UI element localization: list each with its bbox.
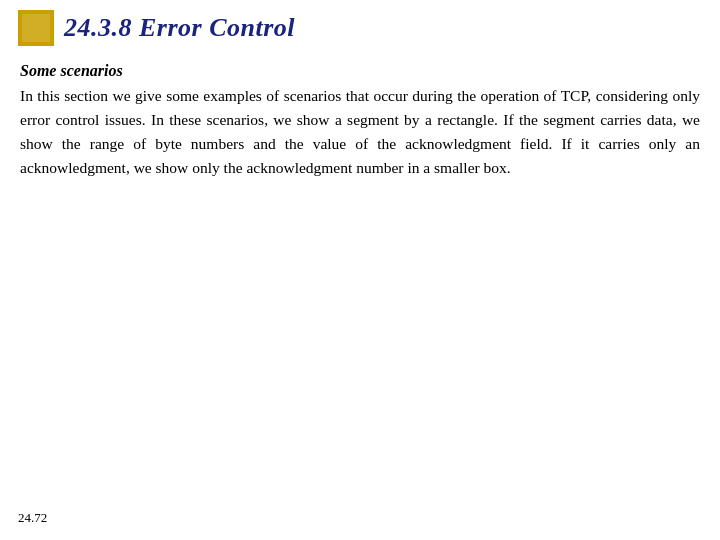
page-title: 24.3.8 Error Control (64, 13, 295, 43)
body-text: In this section we give some examples of… (20, 84, 700, 180)
footer-label: 24.72 (18, 510, 47, 526)
header: 24.3.8 Error Control (0, 0, 720, 52)
page-container: 24.3.8 Error Control Some scenarios In t… (0, 0, 720, 540)
section-title: Some scenarios (20, 62, 700, 80)
main-content: Some scenarios In this section we give s… (0, 52, 720, 190)
footer-page-number: 24.72 (18, 510, 47, 525)
header-accent-box (18, 10, 54, 46)
